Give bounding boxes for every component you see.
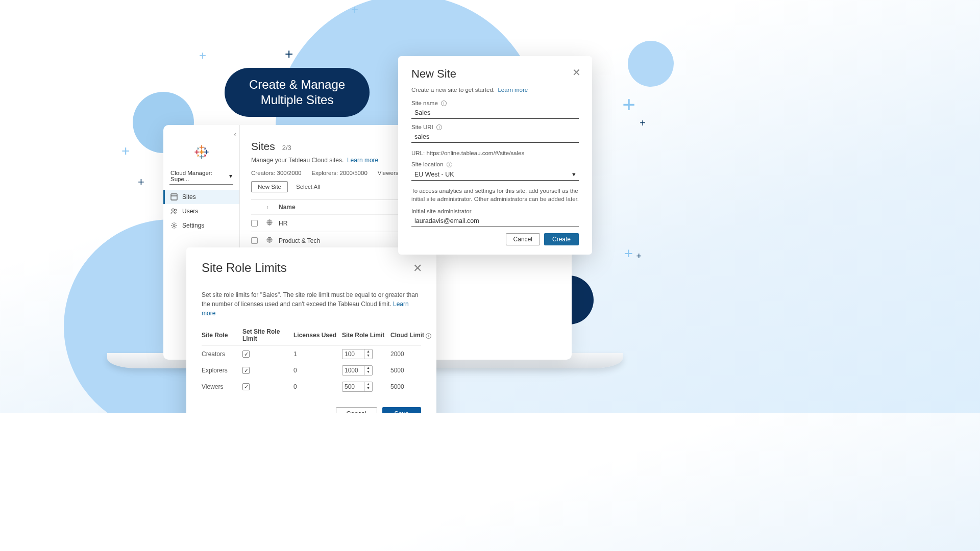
plus-icon: + [640, 117, 646, 129]
info-icon[interactable]: i [447, 162, 452, 167]
admin-email-input[interactable] [411, 215, 579, 227]
bg-circle [628, 41, 674, 87]
svg-point-22 [173, 224, 175, 227]
admin-label: Initial site administrator [411, 208, 579, 214]
cell-role: Explorers [202, 367, 242, 374]
dialog-title: Site Role Limits [202, 261, 421, 275]
set-limit-checkbox[interactable]: ✓ [242, 367, 250, 374]
sidebar-collapse-icon[interactable]: ‹ [234, 130, 236, 138]
role-limits-table: Site Role Set Site Role Limit Licenses U… [202, 325, 421, 395]
svg-point-20 [172, 209, 175, 211]
set-limit-checkbox[interactable]: ✓ [242, 383, 250, 390]
admin-note: To access analytics and settings for thi… [411, 187, 579, 203]
info-icon[interactable]: i [426, 333, 431, 339]
callout-create-manage: Create & Manage Multiple Sites [225, 68, 370, 117]
cell-used: 0 [293, 383, 342, 390]
limit-spinner[interactable]: 1000▲▼ [342, 365, 373, 375]
info-icon[interactable]: i [436, 124, 442, 130]
info-icon[interactable]: i [441, 101, 447, 106]
sort-icon[interactable]: ↑ [266, 205, 269, 210]
site-icon [266, 237, 279, 244]
new-site-dialog: New Site ✕ Create a new site to get star… [398, 56, 592, 255]
svg-rect-18 [171, 194, 177, 200]
sidebar-item-label: Users [182, 208, 198, 215]
table-row: Viewers ✓ 0 500▲▼ 5000 [202, 379, 421, 395]
select-all-link[interactable]: Select All [296, 184, 320, 190]
table-row: Explorers ✓ 0 1000▲▼ 5000 [202, 362, 421, 379]
new-site-button[interactable]: New Site [251, 181, 288, 192]
plus-icon: + [199, 48, 206, 63]
site-location-select[interactable]: EU West - UK ▾ [411, 168, 579, 181]
plus-icon: + [622, 92, 635, 117]
learn-more-link[interactable]: Learn more [498, 87, 528, 93]
col-limit: Site Role Limit [342, 332, 390, 339]
dialog-title: New Site [411, 67, 579, 81]
gear-icon [170, 222, 178, 229]
spinner-up-icon: ▲ [364, 382, 372, 386]
cell-role: Creators [202, 350, 242, 358]
col-set: Set Site Role Limit [242, 328, 293, 342]
dialog-desc: Create a new site to get started. Learn … [411, 87, 579, 93]
save-button[interactable]: Save [382, 407, 422, 413]
create-button[interactable]: Create [544, 233, 579, 245]
sidebar-item-settings[interactable]: Settings [163, 218, 239, 233]
page-subtitle: Manage your Tableau Cloud sites. [251, 157, 344, 164]
site-uri-label: Site URIi [411, 124, 579, 130]
site-name-input[interactable] [411, 107, 579, 119]
col-cloud: Cloud Limit i [390, 332, 436, 339]
cell-cloud: 2000 [390, 350, 436, 358]
set-limit-checkbox[interactable]: ✓ [242, 350, 250, 358]
plus-icon: + [138, 176, 144, 189]
site-uri-input[interactable] [411, 131, 579, 143]
role-limits-dialog: Site Role Limits ✕ Set site role limits … [186, 247, 436, 413]
spinner-up-icon: ▲ [364, 366, 372, 370]
stat-explorers: Explorers: 2000/5000 [311, 170, 367, 176]
sidebar-item-label: Sites [182, 193, 196, 201]
stat-creators: Creators: 300/2000 [251, 170, 301, 176]
table-header: Site Role Set Site Role Limit Licenses U… [202, 325, 421, 346]
sites-icon [170, 193, 178, 201]
col-role: Site Role [202, 332, 242, 339]
plus-icon: + [121, 143, 130, 159]
plus-icon: + [351, 3, 358, 17]
svg-point-21 [175, 209, 177, 211]
context-dropdown-label: Cloud Manager: Supe... [170, 170, 229, 182]
plus-icon: + [624, 245, 633, 262]
cell-used: 0 [293, 367, 342, 374]
site-location-label: Site locationi [411, 161, 579, 167]
spinner-down-icon: ▼ [364, 386, 372, 390]
sidebar-item-sites[interactable]: Sites [163, 190, 239, 204]
sidebar-item-users[interactable]: Users [163, 204, 239, 218]
close-icon[interactable]: ✕ [413, 262, 422, 275]
page-count: 2/3 [282, 144, 291, 152]
limit-spinner[interactable]: 500▲▼ [342, 382, 373, 392]
spinner-up-icon: ▲ [364, 349, 372, 354]
url-preview: URL: https://online.tableau.com/#/site/s… [411, 150, 579, 156]
table-row: Creators ✓ 1 100▲▼ 2000 [202, 346, 421, 362]
spinner-down-icon: ▼ [364, 354, 372, 358]
tableau-logo-icon [193, 143, 210, 161]
learn-more-link[interactable]: Learn more [347, 157, 378, 164]
row-checkbox[interactable] [251, 237, 258, 244]
chevron-down-icon: ▾ [572, 170, 576, 178]
plus-icon: + [285, 46, 293, 62]
site-name-label: Site namei [411, 100, 579, 106]
row-checkbox[interactable] [251, 220, 258, 227]
sidebar-item-label: Settings [182, 222, 204, 229]
cell-cloud: 5000 [390, 367, 436, 374]
spinner-down-icon: ▼ [364, 370, 372, 374]
close-icon[interactable]: ✕ [572, 66, 581, 79]
limit-spinner[interactable]: 100▲▼ [342, 349, 373, 359]
site-icon [266, 219, 279, 227]
col-used: Licenses Used [293, 332, 342, 339]
page-title: Sites [251, 140, 275, 153]
cell-role: Viewers [202, 383, 242, 390]
dialog-desc: Set site role limits for "Sales". The si… [202, 290, 421, 318]
users-icon [170, 208, 178, 215]
chevron-down-icon: ▾ [229, 172, 232, 180]
cancel-button[interactable]: Cancel [336, 407, 377, 413]
cell-cloud: 5000 [390, 383, 436, 390]
plus-icon: + [636, 251, 642, 262]
context-dropdown[interactable]: Cloud Manager: Supe... ▾ [169, 168, 233, 185]
cancel-button[interactable]: Cancel [506, 233, 540, 245]
